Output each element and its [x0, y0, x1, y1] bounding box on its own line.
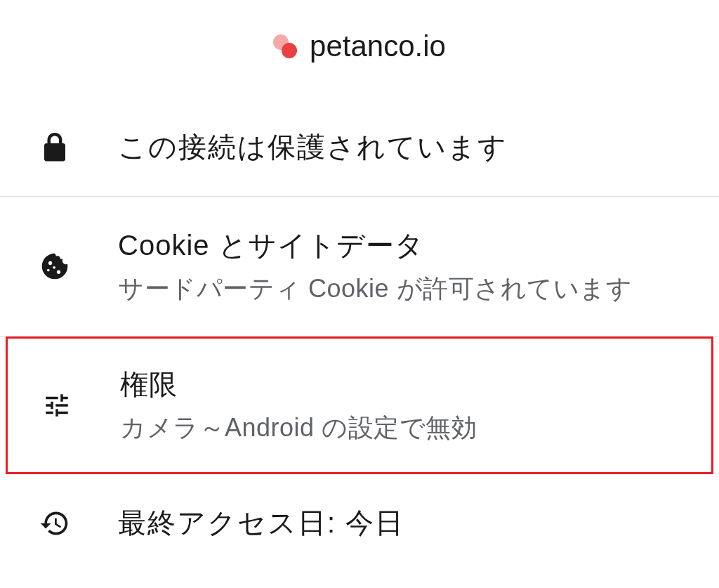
- lock-icon: [39, 132, 70, 163]
- last-access-title: 最終アクセス日: 今日: [118, 504, 691, 542]
- cookie-icon: [39, 251, 70, 282]
- last-access-row[interactable]: 最終アクセス日: 今日: [0, 474, 719, 549]
- site-info-sheet: petanco.io この接続は保護されています Cookie とサイトデータ …: [0, 0, 719, 588]
- permissions-subtitle: カメラ～Android の設定で無効: [120, 411, 689, 445]
- last-access-content: 最終アクセス日: 今日: [118, 504, 691, 542]
- background-image-strip: [0, 554, 719, 588]
- site-title: petanco.io: [310, 30, 446, 63]
- sheet-inner: petanco.io この接続は保護されています Cookie とサイトデータ …: [0, 0, 719, 558]
- cookies-content: Cookie とサイトデータ サードパーティ Cookie が許可されています: [118, 226, 691, 306]
- connection-title: この接続は保護されています: [118, 128, 691, 166]
- cookies-title: Cookie とサイトデータ: [118, 226, 691, 265]
- permissions-row[interactable]: 権限 カメラ～Android の設定で無効: [6, 337, 713, 474]
- tune-icon: [41, 390, 72, 421]
- connection-content: この接続は保護されています: [118, 128, 691, 166]
- site-header: petanco.io: [0, 0, 719, 98]
- permissions-content: 権限 カメラ～Android の設定で無効: [120, 365, 689, 445]
- history-icon: [39, 508, 70, 539]
- connection-row[interactable]: この接続は保護されています: [0, 98, 719, 196]
- site-favicon-icon: [273, 34, 297, 58]
- cookies-row[interactable]: Cookie とサイトデータ サードパーティ Cookie が許可されています: [0, 197, 719, 336]
- cookies-subtitle: サードパーティ Cookie が許可されています: [118, 272, 691, 306]
- permissions-title: 権限: [120, 365, 689, 404]
